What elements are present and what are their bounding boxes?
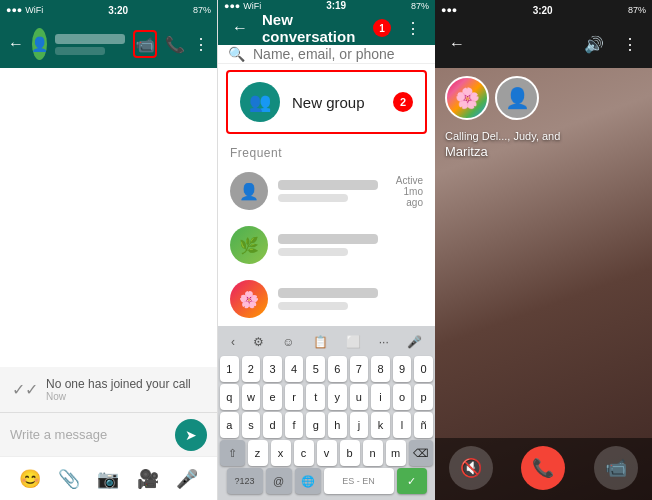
key-y[interactable]: y [328, 384, 347, 410]
kbd-dots-icon[interactable]: ··· [375, 333, 393, 351]
step-badge-2: 2 [393, 92, 413, 112]
key-d[interactable]: d [263, 412, 282, 438]
key-e[interactable]: e [263, 384, 282, 410]
key-f[interactable]: f [285, 412, 304, 438]
contact-time-1: 1mo ago [388, 186, 423, 208]
keyboard-bottom-row: ?123 @ 🌐 ES - EN ✓ [220, 468, 433, 494]
keyboard: ‹ ⚙ ☺ 📋 ⬜ ··· 🎤 1 2 3 4 5 6 7 8 9 0 q w … [218, 326, 435, 500]
key-1[interactable]: 1 [220, 356, 239, 382]
key-r[interactable]: r [285, 384, 304, 410]
end-call-button[interactable]: 📞 [521, 446, 565, 490]
contact-active-1: Active [388, 175, 423, 186]
kbd-mic2-icon[interactable]: 🎤 [403, 333, 426, 351]
back-button-3[interactable]: ← [443, 30, 471, 58]
key-n[interactable]: n [363, 440, 383, 466]
more-menu-button-2[interactable]: ⋮ [399, 14, 427, 42]
notice-text: No one has joined your call [46, 377, 191, 391]
key-h[interactable]: h [328, 412, 347, 438]
video-off-button[interactable]: 📹 [594, 446, 638, 490]
contact-sub-3 [278, 302, 348, 310]
key-i[interactable]: i [371, 384, 390, 410]
keyboard-row-qwerty: q w e r t y u i o p [220, 384, 433, 410]
key-8[interactable]: 8 [371, 356, 390, 382]
key-globe[interactable]: 🌐 [295, 468, 321, 494]
send-button[interactable]: ➤ [175, 419, 207, 451]
kbd-emoji-icon[interactable]: ☺ [278, 333, 298, 351]
key-symbols[interactable]: ?123 [227, 468, 263, 494]
top-bar-3: ← 🔊 ⋮ [435, 20, 652, 68]
status-bar-2: ●●● WiFi 3:19 87% [218, 0, 435, 11]
key-s[interactable]: s [242, 412, 261, 438]
key-c[interactable]: c [294, 440, 314, 466]
more-menu-button-3[interactable]: ⋮ [616, 30, 644, 58]
mic-button[interactable]: 🎤 [176, 468, 198, 490]
key-a[interactable]: a [220, 412, 239, 438]
panel-call: ●●● 3:20 87% ← 🔊 ⋮ 🌸 👤 Calling Del..., J… [435, 0, 652, 500]
key-l[interactable]: l [393, 412, 412, 438]
key-w[interactable]: w [242, 384, 261, 410]
wifi-icon: WiFi [25, 5, 43, 15]
kbd-left-icon[interactable]: ‹ [227, 333, 239, 351]
key-0[interactable]: 0 [414, 356, 433, 382]
key-q[interactable]: q [220, 384, 239, 410]
bottom-icons-bar: 😊 📎 📷 🎥 🎤 [0, 456, 217, 500]
key-t[interactable]: t [306, 384, 325, 410]
chat-body [0, 68, 217, 367]
search-input[interactable] [253, 46, 428, 62]
contact-row-3[interactable]: 🌸 [218, 272, 435, 326]
new-group-row[interactable]: 👥 New group 2 [226, 70, 427, 134]
speaker-button[interactable]: 🔊 [580, 30, 608, 58]
contact-row-2[interactable]: 🌿 [218, 218, 435, 272]
key-enter[interactable]: ✓ [397, 468, 427, 494]
key-g[interactable]: g [306, 412, 325, 438]
call-avatar-person: 👤 [495, 76, 539, 120]
status-time-2: 3:19 [326, 0, 346, 11]
key-u[interactable]: u [350, 384, 369, 410]
key-j[interactable]: j [350, 412, 369, 438]
key-at[interactable]: @ [266, 468, 292, 494]
key-backspace[interactable]: ⌫ [409, 440, 434, 466]
conversation-title: New conversation [262, 11, 365, 45]
key-6[interactable]: 6 [328, 356, 347, 382]
key-9[interactable]: 9 [393, 356, 412, 382]
contact-name-blur-1 [278, 180, 378, 190]
contact-row-1[interactable]: 👤 Active 1mo ago [218, 164, 435, 218]
key-m[interactable]: m [386, 440, 406, 466]
key-space[interactable]: ES - EN [324, 468, 394, 494]
camera-button[interactable]: 📷 [97, 468, 119, 490]
wifi-icon-2: WiFi [243, 1, 261, 11]
signal-icon-3: ●●● [441, 5, 457, 15]
back-button-1[interactable]: ← [8, 30, 24, 58]
video-call-button[interactable]: 📹 [133, 30, 157, 58]
contact-sub-2 [278, 248, 348, 256]
kbd-clip-icon[interactable]: 📋 [309, 333, 332, 351]
contact-avatar-3: 🌸 [230, 280, 268, 318]
status-time-1: 3:20 [108, 5, 128, 16]
voice-call-button[interactable]: 📞 [165, 30, 185, 58]
mute-button[interactable]: 🔇 [449, 446, 493, 490]
keyboard-row-numbers: 1 2 3 4 5 6 7 8 9 0 [220, 356, 433, 382]
emoji-button[interactable]: 😊 [19, 468, 41, 490]
frequent-label: Frequent [218, 140, 435, 164]
key-2[interactable]: 2 [242, 356, 261, 382]
key-5[interactable]: 5 [306, 356, 325, 382]
key-k[interactable]: k [371, 412, 390, 438]
key-v[interactable]: v [317, 440, 337, 466]
key-shift[interactable]: ⇧ [220, 440, 245, 466]
key-o[interactable]: o [393, 384, 412, 410]
more-menu-button-1[interactable]: ⋮ [193, 30, 209, 58]
key-p[interactable]: p [414, 384, 433, 410]
back-button-2[interactable]: ← [226, 14, 254, 42]
attach-button[interactable]: 📎 [58, 468, 80, 490]
key-4[interactable]: 4 [285, 356, 304, 382]
kbd-gear-icon[interactable]: ⚙ [249, 333, 268, 351]
video-button[interactable]: 🎥 [137, 468, 159, 490]
key-n-tilde[interactable]: ñ [414, 412, 433, 438]
key-3[interactable]: 3 [263, 356, 282, 382]
key-z[interactable]: z [248, 440, 268, 466]
key-b[interactable]: b [340, 440, 360, 466]
kbd-box-icon[interactable]: ⬜ [342, 333, 365, 351]
status-bar-3: ●●● 3:20 87% [435, 0, 652, 20]
key-7[interactable]: 7 [350, 356, 369, 382]
key-x[interactable]: x [271, 440, 291, 466]
